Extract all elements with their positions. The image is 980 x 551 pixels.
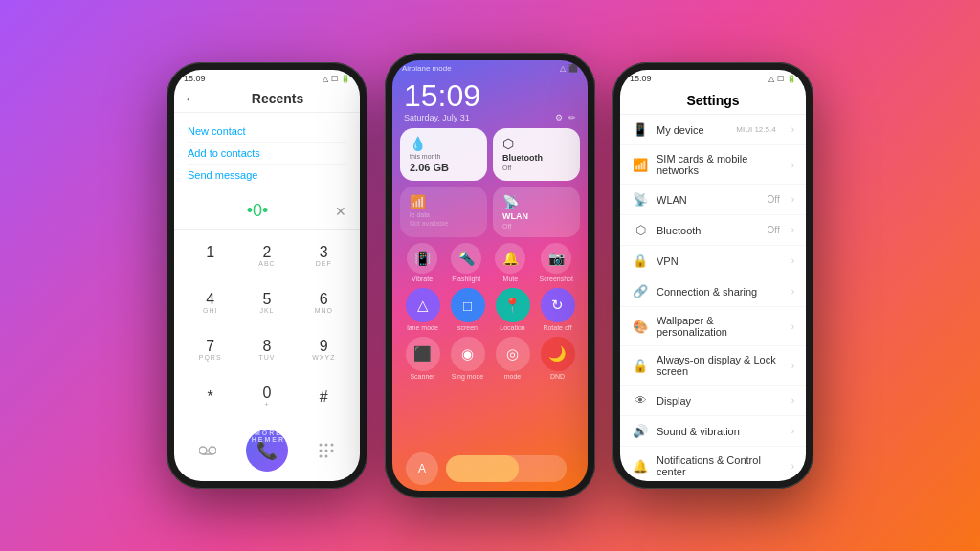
dial-key-0[interactable]: 0 + [238,373,295,420]
add-to-contacts-btn[interactable]: Add to contacts [188,143,346,165]
arrow-icon: › [791,461,794,472]
settings-my-device[interactable]: 📱 My device MIUI 12.5.4 › [620,115,806,145]
new-contact-btn[interactable]: New contact [188,121,346,143]
settings-sim[interactable]: 📶 SIM cards & mobile networks › [620,145,806,185]
svg-point-3 [319,444,322,447]
bluetooth-icon: ⬡ [502,136,514,151]
signal-icon: 📶 [410,194,426,209]
location-icon: 📍 [496,288,530,322]
rotate-off-btn[interactable]: ↻ Rotate off [541,288,575,331]
sound-icon: 🔊 [632,424,649,438]
mode-btn[interactable]: ◎ mode [496,337,530,380]
settings-wallpaper[interactable]: 🎨 Wallpaper & personalization › [620,307,806,346]
scan-row: ⬛ Scanner ◉ Sing mode ◎ mode 🌙 DND [392,337,588,380]
search-bottom-icon[interactable]: A [406,452,438,485]
settings-display[interactable]: 👁 Display › [620,386,806,416]
lane-mode-btn[interactable]: △ lane mode [406,288,440,331]
settings-wlan[interactable]: 📡 WLAN Off › [620,185,806,215]
wlan-tile[interactable]: 📡 WLAN Off [493,187,580,237]
dial-key-hash[interactable]: # [296,373,352,420]
notifications-icon: 🔔 [632,459,649,474]
dialer-input[interactable]: •0• [188,201,327,221]
dnd-icon: 🌙 [541,337,575,371]
arrow-icon: › [791,395,794,406]
airplane-mode-label: Airplane mode [402,64,560,73]
edit-icon-mid[interactable]: ✏ [568,113,576,122]
dial-key-7[interactable]: 7 PQRS [182,327,238,374]
mobile-data-tile[interactable]: 📶 le data Not available [400,187,487,237]
dialer-input-row: •0• ✕ [174,193,360,230]
screen-btn[interactable]: □ screen [451,288,485,331]
sing-mode-btn[interactable]: ◉ Sing mode [451,337,485,380]
vpn-icon: 🔒 [632,253,649,268]
actions-row: △ lane mode □ screen 📍 Location ↻ Rotate… [392,288,588,331]
arrow-icon: › [791,321,794,332]
settings-notifications[interactable]: 🔔 Notifications & Control center › [620,447,806,481]
sing-mode-icon: ◉ [451,337,485,371]
wallpaper-icon: 🎨 [632,320,649,334]
phone-left: 15:09 △ ☐ 🔋 ← Recents New contact Add to… [167,62,368,489]
recents-header: ← Recents [174,85,360,113]
settings-sound[interactable]: 🔊 Sound & vibration › [620,416,806,447]
scanner-icon: ⬛ [406,337,440,371]
phone-middle-screen: Airplane mode △ ⬛ 15:09 Saturday, July 3… [392,60,588,491]
tiles-row-2: 📶 le data Not available 📡 WLAN Off [392,187,588,237]
mute-icon: 🔔 [495,243,525,274]
dial-key-9[interactable]: 9 WXYZ [296,327,352,374]
status-icons-right: △ ☐ 🔋 [768,75,796,83]
brightness-fill [446,455,519,482]
watermark: VISIT FOR MORE THEMES - MIUITHEMER.COM [174,430,360,443]
airplane-bar: Airplane mode △ ⬛ [392,60,588,77]
phone-right: 15:09 △ ☐ 🔋 Settings 📱 My device MIUI 12… [612,62,813,489]
bluetooth-tile[interactable]: ⬡ Bluetooth Off [493,128,580,181]
dial-key-2[interactable]: 2 ABC [238,233,295,280]
status-time-left: 15:09 [184,74,206,83]
dial-key-1[interactable]: 1 [182,233,238,280]
flashlight-toggle[interactable]: 🔦 Flashlight [451,243,481,282]
dnd-btn[interactable]: 🌙 DND [541,337,575,380]
settings-connection[interactable]: 🔗 Connection & sharing › [620,276,806,307]
dial-key-8[interactable]: 8 TUV [238,327,295,374]
contact-actions: New contact Add to contacts Send message [174,113,360,193]
wlan-icon: 📡 [502,194,519,209]
arrow-icon: › [791,160,794,170]
device-icon: 📱 [632,122,649,137]
dial-key-3[interactable]: 3 DEF [296,233,352,280]
arrow-icon: › [791,286,794,297]
send-message-btn[interactable]: Send message [188,165,346,186]
settings-bluetooth[interactable]: ⬡ Bluetooth Off › [620,215,806,246]
settings-always-on[interactable]: 🔓 Always-on display & Lock screen › [620,346,806,386]
vibrate-toggle[interactable]: 📳 Vibrate [407,243,437,282]
status-time-right: 15:09 [630,74,652,83]
bottom-bar: A [392,447,588,491]
date-row: Saturday, July 31 ⚙ ✏ [392,111,588,128]
scanner-btn[interactable]: ⬛ Scanner [406,337,440,380]
dial-key-5[interactable]: 5 JKL [238,280,295,327]
settings-header: Settings [620,85,806,115]
mute-toggle[interactable]: 🔔 Mute [495,243,525,282]
date-icons: ⚙ ✏ [555,113,576,122]
arrow-icon: › [791,225,794,235]
svg-point-5 [330,444,333,447]
screenshot-toggle[interactable]: 📷 Screenshot [539,243,572,282]
flashlight-icon: 🔦 [451,243,481,274]
settings-vpn[interactable]: 🔒 VPN › [620,246,806,276]
svg-point-1 [209,447,216,454]
status-icons-left: △ ☐ 🔋 [323,75,350,83]
phone-right-screen: 15:09 △ ☐ 🔋 Settings 📱 My device MIUI 12… [620,70,806,481]
dial-key-6[interactable]: 6 MNO [296,280,352,327]
dialer-grid: 1 2 ABC 3 DEF 4 GHI [174,230,360,424]
svg-point-7 [324,450,327,452]
lane-mode-icon: △ [406,288,440,322]
brightness-slider[interactable] [446,455,567,482]
location-btn[interactable]: 📍 Location [496,288,530,331]
settings-icon-mid[interactable]: ⚙ [555,113,563,122]
data-tile[interactable]: 💧 this month 2.06 GB [400,128,487,181]
sim-icon: 📶 [632,158,649,172]
dial-key-4[interactable]: 4 GHI [182,280,238,327]
back-arrow-icon[interactable]: ← [184,91,197,106]
data-icon: 💧 [410,136,426,151]
dial-key-star[interactable]: * [182,373,238,420]
dialer-clear-btn[interactable]: ✕ [335,204,346,219]
status-bar-left: 15:09 △ ☐ 🔋 [174,70,360,85]
